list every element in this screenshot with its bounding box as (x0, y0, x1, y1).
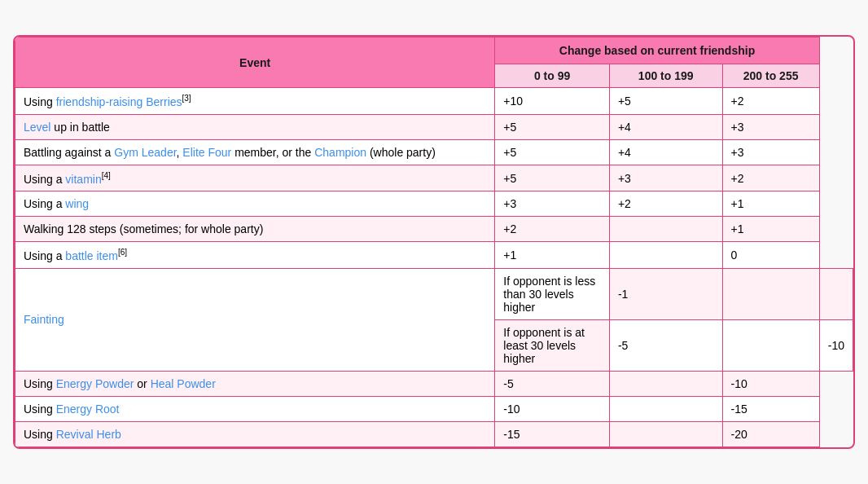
table-row: Using a battle item[6]+10 (15, 242, 853, 269)
event-cell: Using a wing (15, 191, 495, 217)
fainting-label-cell: Fainting (15, 268, 495, 371)
val2-cell: +5 (609, 88, 722, 115)
range1-header: 0 to 99 (495, 64, 610, 88)
val3-cell: +2 (722, 165, 819, 191)
sub-event-cell: If opponent is less than 30 levels highe… (495, 268, 610, 319)
val3-cell: -10 (722, 371, 819, 396)
event-link[interactable]: vitamin (65, 172, 101, 185)
table-row: Using Revival Herb-15-20 (15, 421, 853, 447)
event-link[interactable]: Heal Powder (151, 377, 216, 390)
table-row: Using a wing+3+2+1 (15, 191, 853, 217)
event-column-header: Event (15, 37, 495, 88)
val1-cell: -5 (609, 319, 722, 371)
event-link[interactable]: Elite Four (182, 146, 231, 159)
val1-cell: -15 (495, 421, 610, 447)
footnote-sup: [4] (102, 171, 111, 180)
val3-cell: +1 (722, 217, 819, 242)
event-link[interactable]: battle item (65, 249, 118, 262)
event-cell: Battling against a Gym Leader, Elite Fou… (15, 139, 495, 165)
table-row: Walking 128 steps (sometimes; for whole … (15, 217, 853, 242)
table-row: Battling against a Gym Leader, Elite Fou… (15, 139, 853, 165)
event-link[interactable]: friendship-raising Berries (56, 95, 182, 108)
val2-cell: +3 (609, 165, 722, 191)
val3-cell: +3 (722, 139, 819, 165)
change-column-header: Change based on current friendship (495, 37, 819, 64)
event-link[interactable]: Gym Leader (114, 146, 176, 159)
val1-cell: -1 (609, 268, 722, 319)
val1-cell: -5 (495, 371, 610, 396)
friendship-table: Event Change based on current friendship… (13, 35, 855, 449)
val3-cell: +2 (722, 88, 819, 115)
val1-cell: +5 (495, 165, 610, 191)
event-link[interactable]: Energy Powder (56, 377, 134, 390)
val3-cell: -15 (722, 396, 819, 421)
fainting-label: Fainting (24, 313, 64, 326)
event-link[interactable]: wing (65, 197, 89, 210)
val2-cell (722, 319, 819, 371)
table-row: Using friendship-raising Berries[3]+10+5… (15, 88, 853, 115)
event-cell: Using a vitamin[4] (15, 165, 495, 191)
val3-cell: +1 (722, 191, 819, 217)
event-cell: Using a battle item[6] (15, 242, 495, 269)
val2-cell: +4 (609, 114, 722, 139)
val2-cell (609, 242, 722, 269)
footnote-sup: [3] (182, 94, 191, 103)
val1-cell: +5 (495, 114, 610, 139)
footnote-sup: [6] (118, 248, 127, 257)
val1-cell: +3 (495, 191, 610, 217)
table-row: Using Energy Root-10-15 (15, 396, 853, 421)
event-cell: Walking 128 steps (sometimes; for whole … (15, 217, 495, 242)
range2-header: 100 to 199 (609, 64, 722, 88)
event-cell: Using friendship-raising Berries[3] (15, 88, 495, 115)
val1-cell: +2 (495, 217, 610, 242)
val3-cell: +3 (722, 114, 819, 139)
val2-cell: +2 (609, 191, 722, 217)
event-cell: Using Energy Root (15, 396, 495, 421)
val2-cell: +4 (609, 139, 722, 165)
event-link[interactable]: Champion (314, 146, 366, 159)
val1-cell: +10 (495, 88, 610, 115)
val1-cell: +1 (495, 242, 610, 269)
val2-cell (609, 396, 722, 421)
table-row: Using a vitamin[4]+5+3+2 (15, 165, 853, 191)
val3-cell: 0 (722, 242, 819, 269)
val1-cell: -10 (495, 396, 610, 421)
table-row: Level up in battle+5+4+3 (15, 114, 853, 139)
event-cell: Using Energy Powder or Heal Powder (15, 371, 495, 396)
val2-cell (609, 421, 722, 447)
sub-event-cell: If opponent is at least 30 levels higher (495, 319, 610, 371)
table-row: Using Energy Powder or Heal Powder-5-10 (15, 371, 853, 396)
event-cell: Using Revival Herb (15, 421, 495, 447)
val1-cell: +5 (495, 139, 610, 165)
val2-cell (609, 371, 722, 396)
table-row: FaintingIf opponent is less than 30 leve… (15, 268, 853, 319)
event-link[interactable]: Level (24, 121, 50, 134)
val2-cell (609, 217, 722, 242)
range3-header: 200 to 255 (722, 64, 819, 88)
val3-cell: -10 (819, 319, 853, 371)
event-cell: Level up in battle (15, 114, 495, 139)
val3-cell (819, 268, 853, 319)
event-link[interactable]: Revival Herb (56, 428, 121, 441)
val3-cell: -20 (722, 421, 819, 447)
event-link[interactable]: Energy Root (56, 403, 120, 416)
val2-cell (722, 268, 819, 319)
